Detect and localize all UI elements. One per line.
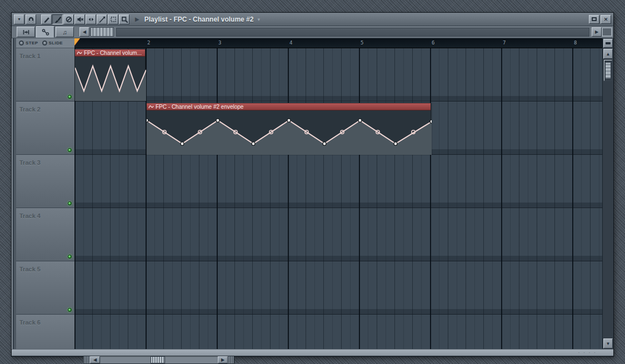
- track-header[interactable]: Track 2: [16, 102, 74, 155]
- track-header[interactable]: Track 3: [16, 155, 74, 208]
- ruler-bar-number: 6: [432, 40, 434, 46]
- scroll-down-button[interactable]: ▼: [603, 338, 613, 348]
- horizontal-zoom-grip[interactable]: [91, 27, 114, 37]
- paint-tool-button[interactable]: [52, 14, 63, 24]
- arrow-left-icon: ◀: [83, 29, 86, 34]
- playlist-window: ▼: [11, 12, 614, 357]
- scrollbar-end-lines: [84, 356, 90, 363]
- background-horizontal-scrollbar[interactable]: ◀ ▶: [83, 356, 234, 364]
- timeline-ruler[interactable]: 2345678: [74, 38, 602, 48]
- magnet-icon: [27, 16, 35, 23]
- arrow-up-icon: ▲: [606, 52, 611, 57]
- envelope-node[interactable]: [358, 119, 362, 122]
- envelope-node[interactable]: [216, 119, 219, 122]
- envelope-node[interactable]: [181, 142, 184, 145]
- bg-scroll-track[interactable]: [165, 356, 218, 363]
- track-name: Track 4: [19, 213, 41, 219]
- ruler-bar-number: 8: [574, 40, 577, 46]
- scroll-left-button[interactable]: ◀: [79, 27, 89, 37]
- zoom-scroll-track[interactable]: [116, 28, 589, 37]
- brush-icon: [54, 16, 62, 23]
- snap-magnet-button[interactable]: [26, 14, 36, 24]
- slide-mode-toggle[interactable]: [42, 41, 47, 46]
- clip-header[interactable]: FPC - Channel volum...: [75, 49, 145, 57]
- delete-tool-button[interactable]: [63, 14, 74, 24]
- track-activity-led[interactable]: [68, 201, 72, 205]
- ruler-bar-number: 3: [218, 40, 221, 46]
- maximize-icon: [592, 17, 597, 21]
- tab-audio-note-clips[interactable]: ♫: [56, 27, 74, 37]
- scrollbar-grip-dots: · · · ·: [578, 350, 597, 355]
- track-activity-led[interactable]: [68, 95, 72, 99]
- title-arrow-icon: ▶: [135, 16, 139, 22]
- bg-scroll-left-button[interactable]: ◀: [90, 356, 100, 363]
- music-notes-icon: ♫: [62, 29, 67, 36]
- mute-tool-button[interactable]: [74, 14, 85, 24]
- clip-fpc-channel-volume-envelope[interactable]: FPC - Channel volume #2 envelope: [146, 103, 431, 154]
- ruler-options-button[interactable]: [603, 39, 613, 48]
- slice-knife-icon: [98, 16, 106, 23]
- clip-header[interactable]: FPC - Channel volume #2 envelope: [147, 103, 431, 110]
- step-mode-label: STEP: [26, 41, 38, 46]
- fit-view-button[interactable]: [602, 27, 612, 37]
- track-name: Track 3: [19, 159, 41, 166]
- playlist-menu-button[interactable]: ▼: [14, 14, 24, 24]
- playhead-marker[interactable]: [74, 38, 80, 46]
- track-activity-led[interactable]: [68, 148, 72, 152]
- envelope-node[interactable]: [394, 142, 397, 145]
- ruler-bar-number: 2: [147, 40, 150, 46]
- step-mode-toggle[interactable]: [19, 41, 24, 46]
- edit-tool-group: [41, 14, 129, 24]
- fl-studio-desktop: { "titlebar": { "title": "Playlist - FPC…: [0, 0, 625, 364]
- scrollbar-end-lines: [228, 356, 234, 363]
- close-button[interactable]: ✕: [601, 15, 611, 24]
- vertical-scrollbar[interactable]: ▲ ▼: [602, 38, 613, 349]
- zoom-tool-button[interactable]: [119, 14, 129, 24]
- arrow-right-icon: ▶: [221, 357, 224, 362]
- tab-pattern-clips[interactable]: [17, 27, 35, 37]
- bg-scroll-thumb[interactable]: [151, 356, 165, 363]
- bg-scroll-track[interactable]: [100, 356, 151, 363]
- arrow-down-icon: ▼: [606, 341, 611, 346]
- playlist-grid[interactable]: FPC - Channel volum...FPC - Channel volu…: [74, 48, 602, 349]
- automation-squiggle-icon: [148, 104, 154, 109]
- track-activity-led[interactable]: [68, 255, 72, 259]
- envelope-curve[interactable]: [147, 110, 432, 155]
- clip-envelope-area[interactable]: [147, 110, 431, 155]
- track-name: Track 5: [19, 266, 41, 272]
- track-activity-led[interactable]: [68, 308, 72, 312]
- envelope-node[interactable]: [252, 142, 255, 145]
- scroll-right-button[interactable]: ▶: [592, 27, 602, 37]
- slip-tool-button[interactable]: [86, 14, 96, 24]
- track-name: Track 1: [19, 53, 41, 59]
- dash-icon: [606, 42, 611, 44]
- title-chevron-icon[interactable]: ▾: [257, 17, 260, 22]
- tab-automation-clips[interactable]: [36, 26, 54, 38]
- playlist-titlebar[interactable]: ▼: [12, 13, 613, 26]
- slice-tool-button[interactable]: [97, 14, 107, 24]
- track-header[interactable]: Track 4: [16, 208, 74, 261]
- envelope-node[interactable]: [147, 119, 148, 122]
- envelope-node[interactable]: [323, 142, 326, 145]
- close-icon: ✕: [604, 17, 608, 22]
- pattern-clip-icon: [22, 28, 31, 36]
- select-tool-button[interactable]: [108, 14, 118, 24]
- circle-slash-icon: [65, 16, 73, 23]
- clip-fpc-channel-volume[interactable]: FPC - Channel volum...: [74, 49, 146, 100]
- track-header[interactable]: Track 1: [16, 48, 74, 102]
- envelope-node[interactable]: [287, 119, 291, 122]
- slide-mode-label: SLIDE: [49, 41, 63, 46]
- draw-tool-button[interactable]: [41, 14, 52, 24]
- scroll-up-button[interactable]: ▲: [603, 49, 613, 59]
- clip-envelope-area[interactable]: [75, 57, 145, 101]
- vertical-scroll-track[interactable]: [603, 82, 613, 338]
- envelope-node[interactable]: [430, 120, 432, 123]
- bg-scroll-right-button[interactable]: ▶: [218, 356, 228, 363]
- track-name: Track 2: [19, 106, 41, 113]
- envelope-curve[interactable]: [75, 57, 146, 101]
- maximize-button[interactable]: [589, 15, 599, 24]
- vertical-scroll-thumb[interactable]: [604, 60, 612, 81]
- track-header[interactable]: Track 6: [16, 315, 74, 349]
- ruler-bar-number: 4: [289, 40, 292, 46]
- track-header[interactable]: Track 5: [16, 261, 74, 315]
